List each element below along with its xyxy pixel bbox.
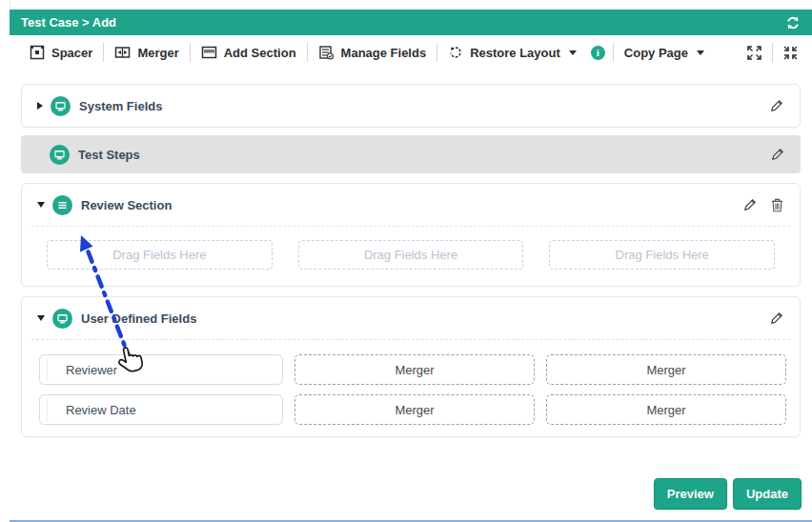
field-review-date[interactable]: Review Date <box>39 394 283 425</box>
field-reviewer[interactable]: Reviewer <box>39 354 283 385</box>
merger-label: Merger <box>137 46 178 60</box>
drop-zone[interactable]: Drag Fields Here <box>549 240 775 270</box>
footer-actions: Preview Update <box>654 478 802 510</box>
spacer-button[interactable]: Spacer <box>19 45 103 60</box>
section-title: Test Steps <box>78 148 140 162</box>
toolbar-right-group <box>746 43 802 62</box>
section-badge <box>50 145 70 165</box>
section-test-steps[interactable]: Test Steps <box>21 135 801 173</box>
add-section-button[interactable]: Add Section <box>191 45 307 60</box>
list-icon <box>55 198 70 212</box>
merger-icon <box>114 45 131 60</box>
system-fields-header[interactable]: System Fields <box>22 85 800 127</box>
user-defined-fields-header[interactable]: User Defined Fields <box>22 297 800 339</box>
section-title: System Fields <box>79 99 162 113</box>
section-badge <box>52 309 72 329</box>
edit-pencil-icon[interactable] <box>742 197 758 212</box>
edit-pencil-icon[interactable] <box>769 98 784 113</box>
merge-slot[interactable]: Merger <box>546 354 786 385</box>
toolbar-divider <box>772 43 773 62</box>
merge-slot[interactable]: Merger <box>294 354 535 385</box>
refresh-icon[interactable] <box>785 15 801 30</box>
delete-trash-icon[interactable] <box>770 197 784 212</box>
restore-layout-label: Restore Layout <box>470 46 560 60</box>
info-icon[interactable]: i <box>591 46 605 60</box>
toolbar: Spacer Merger Add Section <box>10 35 812 70</box>
copy-page-label: Copy Page <box>624 46 688 60</box>
drop-zone[interactable]: Drag Fields Here <box>298 240 524 270</box>
manage-fields-icon <box>318 45 335 60</box>
layout-canvas: System Fields Test Steps <box>10 70 812 437</box>
review-section-header[interactable]: Review Section <box>22 184 800 226</box>
monitor-icon <box>52 148 67 162</box>
merge-slot[interactable]: Merger <box>546 394 786 425</box>
user-defined-rows: Reviewer Merger Merger Review Date Merge… <box>22 340 800 436</box>
manage-fields-button[interactable]: Manage Fields <box>308 45 437 60</box>
section-title: User Defined Fields <box>81 311 196 326</box>
expand-caret-icon[interactable] <box>37 102 43 110</box>
collapse-all-icon[interactable] <box>782 45 799 61</box>
collapse-caret-icon[interactable] <box>37 202 45 208</box>
manage-fields-label: Manage Fields <box>341 46 427 60</box>
section-badge <box>52 195 72 215</box>
collapse-caret-icon[interactable] <box>37 315 45 321</box>
section-badge <box>51 96 71 116</box>
restore-layout-dropdown[interactable]: Restore Layout <box>437 45 587 60</box>
title-bar: Test Case > Add <box>10 10 812 35</box>
page-title: Test Case > Add <box>21 15 116 30</box>
merge-slot[interactable]: Merger <box>294 394 535 425</box>
spacer-label: Spacer <box>51 46 92 60</box>
add-section-icon <box>201 45 217 60</box>
preview-button[interactable]: Preview <box>654 478 727 510</box>
monitor-icon <box>53 99 68 113</box>
merger-button[interactable]: Merger <box>104 45 189 60</box>
chevron-down-icon <box>569 50 577 55</box>
field-row: Reviewer Merger Merger <box>39 354 786 385</box>
review-drop-row: Drag Fields Here Drag Fields Here Drag F… <box>22 227 800 286</box>
layout-editor-panel: Test Case > Add Spacer <box>10 10 812 520</box>
expand-all-icon[interactable] <box>746 45 762 61</box>
section-user-defined-fields: User Defined Fields Reviewer Merger Merg… <box>21 296 801 437</box>
section-review: Review Section <box>21 183 801 287</box>
section-system-fields: System Fields <box>21 84 801 128</box>
add-section-label: Add Section <box>224 46 296 60</box>
update-button[interactable]: Update <box>733 478 802 510</box>
spacer-icon <box>30 45 45 60</box>
chevron-down-icon <box>697 50 704 55</box>
monitor-icon <box>55 311 70 326</box>
edit-pencil-icon[interactable] <box>769 311 784 326</box>
copy-page-dropdown[interactable]: Copy Page <box>614 46 715 60</box>
restore-layout-icon <box>448 45 463 60</box>
field-row: Review Date Merger Merger <box>39 394 786 425</box>
edit-pencil-icon[interactable] <box>770 147 785 162</box>
section-title: Review Section <box>81 198 172 212</box>
drop-zone[interactable]: Drag Fields Here <box>47 240 273 270</box>
